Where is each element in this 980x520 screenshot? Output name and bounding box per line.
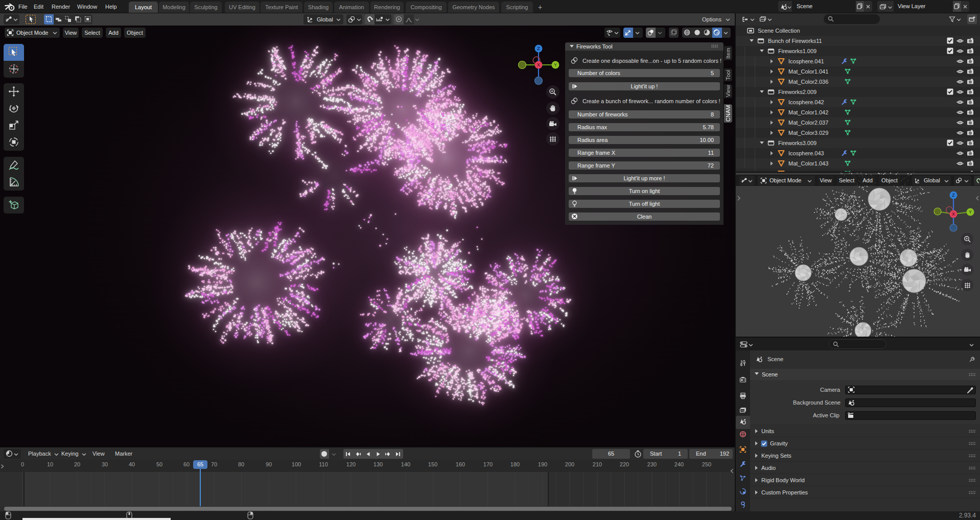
svg-text:X: X (952, 211, 955, 217)
svg-text:Y: Y (969, 209, 972, 215)
svg-text:Z: Z (952, 193, 955, 198)
